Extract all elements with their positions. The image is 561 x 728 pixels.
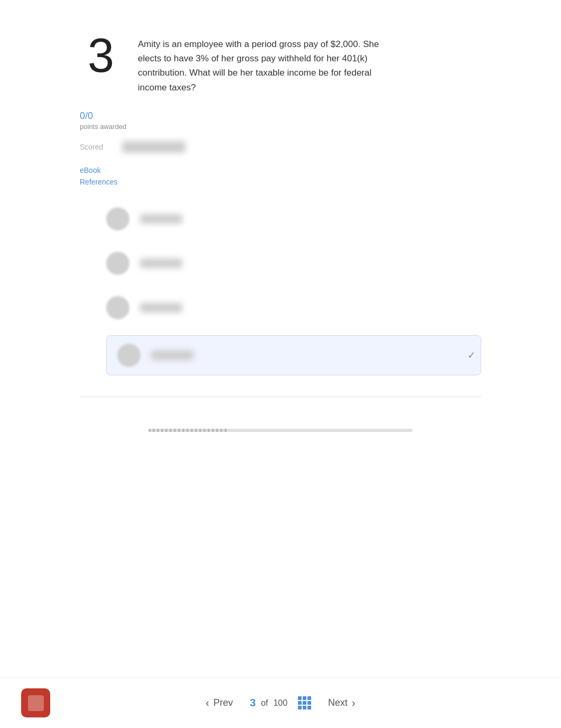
progress-bar-container (148, 429, 413, 432)
answer-options: ✓ (106, 202, 481, 375)
scored-value (122, 141, 185, 153)
answer-option-d[interactable]: ✓ (106, 335, 481, 375)
points-label: points awarded (80, 123, 481, 131)
app-icon (21, 688, 50, 717)
of-label: of (261, 698, 268, 708)
option-circle-a (106, 207, 129, 231)
option-circle-c (106, 296, 129, 319)
ebook-link[interactable]: eBook (80, 166, 481, 174)
option-text-c (140, 303, 182, 312)
grid-dot-2 (303, 696, 306, 700)
answer-option-b[interactable] (106, 246, 481, 280)
grid-dot-6 (307, 701, 311, 705)
progress-section (148, 418, 413, 443)
option-text-a (140, 214, 182, 224)
answer-option-a[interactable] (106, 202, 481, 236)
grid-icon[interactable] (298, 696, 311, 709)
question-number: 3 (80, 32, 122, 79)
answer-option-c[interactable] (106, 291, 481, 325)
scored-label: Scored (80, 143, 111, 151)
section-divider (80, 397, 481, 397)
option-text-d (151, 351, 193, 360)
option-circle-d (117, 344, 141, 367)
page-info: 3 of 100 (250, 697, 287, 709)
scored-row: Scored (80, 141, 481, 153)
grid-dot-8 (303, 706, 306, 709)
prev-chevron-icon: ‹ (205, 697, 209, 709)
references-link[interactable]: References (80, 178, 481, 186)
points-section: 0/0 points awarded (80, 110, 481, 131)
checkmark-icon: ✓ (467, 349, 475, 361)
option-text-b (140, 259, 182, 268)
points-value: 0/0 (80, 110, 481, 122)
bottom-navigation: ‹ Prev 3 of 100 Next › (0, 677, 561, 728)
next-chevron-icon: › (352, 697, 356, 709)
grid-dot-4 (298, 701, 302, 705)
grid-dot-1 (298, 696, 302, 700)
question-text: Amity is an employee with a period gross… (138, 32, 386, 95)
nav-center: ‹ Prev 3 of 100 Next › (50, 693, 511, 713)
nav-left (21, 688, 50, 717)
next-label: Next (328, 697, 348, 708)
progress-bar-fill (148, 429, 228, 432)
prev-label: Prev (213, 697, 233, 708)
grid-dot-7 (298, 706, 302, 709)
question-header: 3 Amity is an employee with a period gro… (80, 21, 481, 95)
grid-dot-5 (303, 701, 306, 705)
grid-dot-3 (307, 696, 311, 700)
current-page: 3 (250, 697, 256, 709)
links-section: eBook References (80, 166, 481, 186)
app-icon-inner (28, 695, 44, 711)
grid-dot-9 (307, 706, 311, 709)
prev-button[interactable]: ‹ Prev (199, 693, 239, 713)
option-circle-b (106, 252, 129, 275)
total-pages: 100 (273, 698, 287, 708)
next-button[interactable]: Next › (322, 693, 362, 713)
